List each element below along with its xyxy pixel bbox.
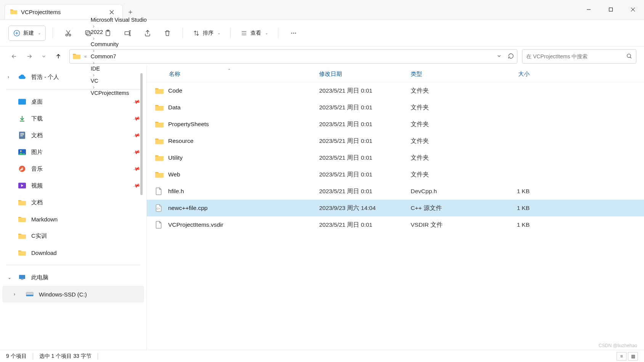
svg-rect-35 (155, 139, 164, 144)
search-icon[interactable] (626, 53, 632, 60)
file-row[interactable]: Data2023/5/21 周日 0:01文件夹 (147, 99, 644, 116)
recent-locations-button[interactable] (41, 54, 47, 59)
chevron-down-icon: ⌄ (38, 31, 41, 35)
column-headers: 名称⌃ 修改日期 类型 大小 (147, 66, 644, 82)
pin-icon: 📌 (132, 165, 140, 173)
sidebar-item-onedrive[interactable]: › 哲浩 - 个人 (0, 69, 146, 85)
search-box[interactable] (522, 49, 636, 64)
sidebar-item[interactable]: 图片📌 (0, 144, 146, 160)
sidebar-item-label: Windows-SSD (C:) (39, 291, 87, 298)
breadcrumb-item[interactable]: Microsoft Visual Studio (91, 17, 147, 23)
file-row[interactable]: PropertySheets2023/5/21 周日 0:01文件夹 (147, 116, 644, 133)
breadcrumb-overflow[interactable]: « (82, 54, 89, 59)
svg-point-11 (293, 32, 294, 34)
cloud-icon (18, 73, 26, 81)
svg-rect-31 (26, 295, 33, 296)
sidebar-item-label: 此电脑 (31, 274, 48, 281)
folder-icon (155, 121, 164, 128)
svg-point-10 (291, 32, 292, 34)
sidebar-item-label: Download (31, 250, 57, 256)
sidebar-item[interactable]: 下载📌 (0, 110, 146, 127)
refresh-button[interactable] (508, 53, 514, 60)
sidebar-item-label: 视频 (31, 182, 43, 189)
breadcrumb-item[interactable]: Community (91, 41, 147, 47)
pin-icon: 📌 (132, 131, 140, 139)
file-size: 1 KB (487, 221, 536, 228)
chevron-right-icon[interactable]: › (91, 60, 97, 66)
sidebar-item[interactable]: Download (0, 244, 146, 261)
search-input[interactable] (526, 53, 623, 59)
tab-close-button[interactable] (106, 7, 117, 18)
file-size: 1 KB (487, 205, 536, 211)
sidebar-item-drive-c[interactable]: › Windows-SSD (C:) (2, 286, 144, 303)
sort-button[interactable]: 排序 ⌄ (190, 30, 223, 37)
svg-point-21 (20, 150, 22, 152)
sidebar-item[interactable]: Markdown (0, 211, 146, 227)
file-row[interactable]: hfile.h2023/5/21 周日 0:01DevCpp.h1 KB (147, 183, 644, 200)
file-row[interactable]: C+newc++file.cpp2023/9/23 周六 14:04C++ 源文… (147, 200, 644, 216)
delete-icon[interactable] (159, 25, 176, 42)
folder-icon (155, 154, 164, 161)
sidebar-item-this-pc[interactable]: ⌄ 此电脑 (0, 269, 146, 286)
sidebar-item-label: 文档 (31, 132, 43, 139)
svg-rect-13 (73, 54, 80, 59)
maximize-button[interactable] (600, 0, 622, 19)
sidebar-item-label: 文档 (31, 199, 43, 206)
forward-button[interactable] (26, 53, 33, 60)
column-header-date[interactable]: 修改日期 (319, 70, 411, 78)
sidebar-item-label: 图片 (31, 149, 43, 156)
more-icon[interactable] (285, 25, 302, 42)
sidebar-item[interactable]: 文档 (0, 194, 146, 211)
sidebar-item[interactable]: 视频📌 (0, 177, 146, 194)
file-name: Resource (168, 138, 193, 144)
chevron-right-icon[interactable]: › (91, 24, 97, 29)
view-button[interactable]: 查看 ⌄ (238, 30, 271, 37)
file-size: 1 KB (487, 188, 536, 195)
sidebar-item-label: 音乐 (31, 165, 43, 173)
chevron-down-icon: ⌄ (217, 31, 220, 35)
file-row[interactable]: Code2023/5/21 周日 0:01文件夹 (147, 82, 644, 99)
up-button[interactable] (55, 53, 62, 60)
svg-rect-15 (18, 99, 26, 105)
column-header-type[interactable]: 类型 (411, 70, 487, 78)
address-bar[interactable]: « Microsoft Visual Studio›2022›Community… (69, 49, 517, 64)
details-view-button[interactable]: ≡ (617, 352, 626, 360)
column-header-name[interactable]: 名称⌃ (155, 70, 319, 78)
breadcrumb-item[interactable]: 2022 (91, 29, 147, 35)
breadcrumb-item[interactable]: Common7 (91, 53, 147, 59)
file-date: 2023/5/21 周日 0:01 (319, 187, 411, 195)
file-type: DevCpp.h (411, 188, 487, 195)
chevron-down-icon: ⌄ (265, 31, 268, 35)
separator (278, 28, 278, 38)
minimize-button[interactable] (578, 0, 600, 19)
file-type: 文件夹 (411, 171, 487, 179)
file-row[interactable]: VCProjectItems.vsdir2023/5/21 周日 0:01VSD… (147, 216, 644, 233)
addr-chevron-icon[interactable] (496, 53, 502, 60)
sidebar-item[interactable]: 桌面📌 (0, 93, 146, 110)
sidebar-item[interactable]: 文档📌 (0, 127, 146, 144)
thumbnails-view-button[interactable]: ▦ (628, 352, 638, 360)
cut-icon[interactable] (60, 25, 77, 42)
svg-rect-24 (18, 201, 26, 205)
file-row[interactable]: Web2023/5/21 周日 0:01文件夹 (147, 166, 644, 183)
file-row[interactable]: Utility2023/5/21 周日 0:01文件夹 (147, 149, 644, 166)
svg-rect-32 (155, 89, 164, 94)
new-button[interactable]: 新建 ⌄ (8, 26, 46, 41)
svg-text:C+: C+ (157, 207, 160, 210)
file-name: Code (168, 87, 182, 94)
column-header-size[interactable]: 大小 (487, 70, 536, 78)
chevron-down-icon: ⌄ (8, 275, 11, 280)
file-row[interactable]: Resource2023/5/21 周日 0:01文件夹 (147, 133, 644, 149)
tab-title: VCProjectItems (21, 9, 103, 15)
sidebar-item[interactable]: C实训 (0, 227, 146, 244)
close-button[interactable] (622, 0, 644, 19)
file-type: 文件夹 (411, 154, 487, 162)
svg-point-3 (66, 34, 67, 36)
scrollbar[interactable] (140, 73, 143, 195)
chevron-right-icon[interactable]: › (91, 48, 97, 53)
drive-icon (26, 290, 34, 298)
back-button[interactable] (11, 53, 18, 60)
chevron-right-icon[interactable]: › (91, 36, 97, 41)
sidebar-item[interactable]: 音乐📌 (0, 160, 146, 177)
svg-rect-0 (10, 10, 17, 14)
